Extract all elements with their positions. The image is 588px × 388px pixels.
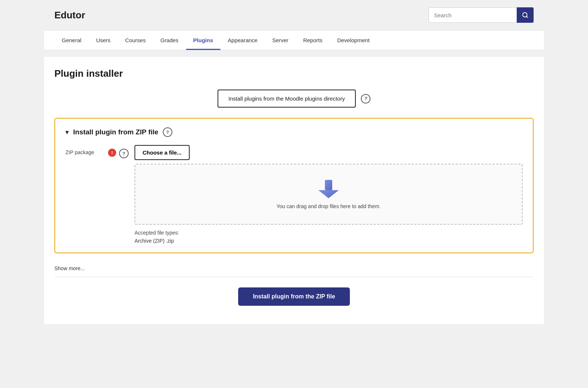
nav-item-users[interactable]: Users (89, 30, 118, 50)
page-title: Plugin installer (54, 68, 534, 79)
app-logo: Edutor (54, 10, 85, 21)
nav-item-server[interactable]: Server (265, 30, 296, 50)
drop-arrow-icon (318, 179, 339, 198)
drop-text: You can drag and drop files here to add … (276, 203, 381, 209)
search-button[interactable] (517, 7, 534, 23)
directory-help-icon[interactable]: ? (361, 94, 370, 104)
zip-field-help-icon[interactable]: ? (119, 149, 129, 158)
navigation: GeneralUsersCoursesGradesPluginsAppearan… (44, 30, 544, 50)
zip-help-icon[interactable]: ? (163, 127, 172, 137)
nav-item-grades[interactable]: Grades (153, 30, 186, 50)
zip-package-row: ZIP package ! ? Choose a file... (65, 145, 523, 244)
nav-item-plugins[interactable]: Plugins (186, 30, 220, 50)
nav-item-appearance[interactable]: Appearance (220, 30, 265, 50)
search-icon (522, 12, 528, 18)
header: Edutor (44, 0, 544, 30)
zip-section: ▾ Install plugin from ZIP file ? ZIP pac… (54, 118, 534, 253)
nav-item-general[interactable]: General (54, 30, 89, 50)
show-more-row: Show more... (54, 260, 534, 277)
zip-section-header: ▾ Install plugin from ZIP file ? (65, 127, 523, 137)
drop-zone[interactable]: You can drag and drop files here to add … (135, 164, 523, 225)
install-zip-button[interactable]: Install plugin from the ZIP file (238, 287, 350, 306)
accepted-types-label: Accepted file types: (135, 230, 523, 236)
file-type-tag: Archive (ZIP) .zip (135, 238, 523, 244)
search-input[interactable] (429, 7, 517, 23)
search-area (429, 7, 534, 23)
nav-item-reports[interactable]: Reports (296, 30, 330, 50)
nav-item-development[interactable]: Development (330, 30, 377, 50)
error-icon: ! (108, 149, 116, 157)
main-content: Plugin installer Install plugins from th… (44, 57, 544, 324)
zip-section-title: Install plugin from ZIP file (73, 128, 158, 136)
zip-file-area: Choose a file... (135, 145, 523, 244)
zip-icons: ! ? (108, 145, 129, 158)
show-more-link[interactable]: Show more... (54, 265, 85, 271)
svg-line-1 (526, 16, 527, 17)
svg-rect-2 (325, 180, 332, 190)
collapse-icon[interactable]: ▾ (65, 128, 69, 136)
install-btn-row: Install plugin from the ZIP file (54, 284, 534, 313)
svg-marker-3 (318, 190, 339, 198)
accepted-types: Accepted file types: Archive (ZIP) .zip (135, 230, 523, 244)
choose-file-button[interactable]: Choose a file... (135, 145, 190, 160)
install-from-directory-button[interactable]: Install plugins from the Moodle plugins … (218, 90, 356, 108)
nav-item-courses[interactable]: Courses (118, 30, 153, 50)
zip-label: ZIP package (65, 145, 102, 155)
directory-row: Install plugins from the Moodle plugins … (54, 90, 534, 108)
